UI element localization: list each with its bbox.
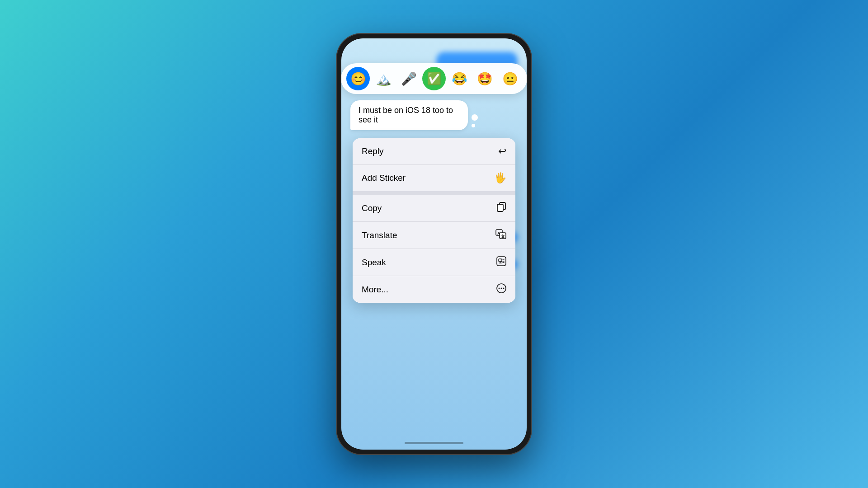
reaction-smile[interactable]: 😊 (346, 67, 370, 90)
home-indicator (405, 442, 463, 444)
menu-item-more[interactable]: More... (353, 276, 515, 303)
message-text: I must be on iOS 18 too to see it (359, 106, 453, 124)
bubble-tail-large (472, 114, 478, 121)
phone-screen: 😊 🏔️ 🎤 ✅ 😂 🤩 😐 I must be on iOS 18 too t… (341, 38, 527, 450)
context-menu: Reply ↩ Add Sticker 🖐️ Copy (353, 138, 515, 303)
more-icon (496, 283, 506, 296)
reaction-check[interactable]: ✅ (422, 67, 446, 90)
bubble-tail-small (472, 124, 475, 127)
svg-text:文: 文 (501, 234, 505, 239)
reaction-mountain[interactable]: 🏔️ (372, 67, 395, 90)
menu-separator (353, 191, 515, 195)
reaction-bar: 😊 🏔️ 🎤 ✅ 😂 🤩 😐 (341, 63, 527, 94)
svg-point-10 (501, 288, 502, 289)
phone-frame: 😊 🏔️ 🎤 ✅ 😂 🤩 😐 I must be on iOS 18 too t… (337, 34, 531, 454)
message-bubble: I must be on iOS 18 too to see it (350, 100, 468, 130)
svg-rect-1 (497, 204, 503, 211)
message-bubble-container: I must be on iOS 18 too to see it (350, 100, 478, 130)
svg-point-11 (503, 288, 505, 289)
speak-icon (496, 256, 506, 268)
reaction-neutral[interactable]: 😐 (498, 67, 522, 90)
add-sticker-icon: 🖐️ (494, 172, 506, 184)
reaction-grin[interactable]: 🤩 (473, 67, 496, 90)
reply-icon: ↩ (498, 145, 506, 157)
menu-item-reply[interactable]: Reply ↩ (353, 138, 515, 164)
reaction-mic[interactable]: 🎤 (397, 67, 420, 90)
menu-item-add-sticker[interactable]: Add Sticker 🖐️ (353, 164, 515, 191)
menu-item-copy[interactable]: Copy (353, 195, 515, 221)
translate-icon: A 文 (495, 229, 506, 241)
menu-item-translate[interactable]: Translate A 文 (353, 221, 515, 249)
menu-item-speak[interactable]: Speak (353, 249, 515, 276)
svg-rect-6 (497, 257, 506, 266)
reaction-laugh[interactable]: 😂 (448, 67, 471, 90)
content-overlay: 😊 🏔️ 🎤 ✅ 😂 🤩 😐 I must be on iOS 18 too t… (341, 38, 527, 450)
svg-rect-7 (499, 259, 502, 262)
svg-point-9 (499, 288, 500, 289)
copy-icon (496, 202, 506, 214)
